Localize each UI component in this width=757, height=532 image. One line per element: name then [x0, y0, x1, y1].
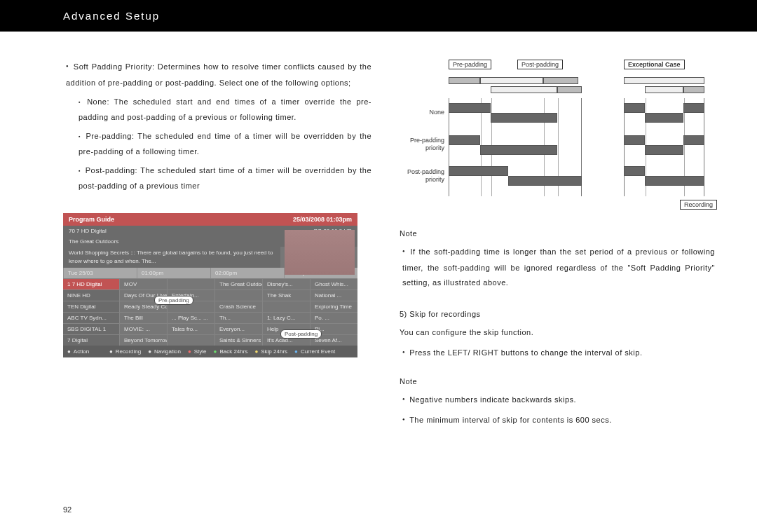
dg-bar [683, 135, 704, 145]
opt-post: Post-padding: The scheduled start time o… [63, 163, 371, 193]
soft-padding-intro: Soft Padding Priority: Determines how to… [63, 60, 371, 90]
dg-bar [645, 113, 683, 123]
epg-row: TEN DigitalReady Steady CookCrash Scienc… [63, 301, 357, 312]
opt-pre: Pre-padding: The scheduled end time of a… [63, 129, 371, 159]
epg-cell: The Shak [262, 290, 310, 301]
dg-bar [491, 113, 557, 123]
dg-row-none: None [402, 109, 444, 116]
dg-top-seg [480, 77, 543, 84]
epg-cell: Saints & Sinners [214, 335, 262, 346]
epg-preview-image [285, 230, 355, 275]
dg-lbl-pre: Pre-padding [449, 60, 491, 69]
page-header: Advanced Setup [0, 0, 757, 32]
note2-b1: Negative numbers indicate backwards skip… [400, 393, 715, 409]
epg-recording: Recording [109, 348, 141, 355]
epg-cell [262, 301, 310, 312]
epg-screenshot: Program Guide 25/03/2008 01:03pm 70 7 HD… [63, 213, 357, 357]
dg-bar [645, 176, 704, 186]
dg-top-exc [624, 77, 704, 84]
dg-bar [645, 145, 683, 155]
dg-bar [683, 103, 704, 113]
dg-bar [449, 103, 491, 113]
epg-skip24: Skip 24hrs [254, 348, 287, 355]
epg-cell: Exploring Time [310, 301, 357, 312]
epg-style: Style [188, 348, 207, 355]
epg-cell: The Great Outdoors [214, 279, 262, 289]
epg-row: ABC TV Sydn...The Bill... Play Sc... ...… [63, 312, 357, 323]
dg-row-pre: Pre-padding priority [402, 137, 444, 152]
epg-channel: TEN Digital [63, 301, 119, 312]
callout-post-padding: Post-padding [280, 329, 322, 339]
dg-top-exc2 [645, 86, 683, 93]
epg-cell: Tales fro... [167, 324, 214, 334]
dg-bar [449, 166, 508, 176]
epg-channel: 7 Digital [63, 335, 119, 346]
dg-top-seg2 [557, 86, 582, 93]
epg-title: Program Guide [69, 216, 114, 223]
dg-bar [624, 135, 645, 145]
epg-desc: World Shopping Secrets ::: There are glo… [63, 247, 280, 268]
epg-cell: The Bill [119, 313, 167, 323]
page-title: Advanced Setup [63, 10, 160, 22]
epg-ch: 70 7 HD Digital [69, 228, 107, 234]
callout-pre-padding: Pre-padding [154, 296, 193, 305]
epg-show: The Great Outdoors [69, 238, 118, 245]
epg-current: Current Event [294, 348, 335, 355]
dg-bar [480, 145, 557, 155]
dg-top-seg [449, 77, 480, 84]
dg-bar [449, 135, 480, 145]
epg-channel: NINE HD [63, 290, 119, 301]
note2-head: Note [400, 377, 715, 386]
epg-row: 1 7 HD DigitalMOVThe Great OutdoorsDisne… [63, 278, 357, 289]
dg-top-seg [543, 77, 578, 84]
epg-navigation: Navigation [148, 348, 181, 355]
epg-cell: Disney's... [262, 279, 310, 289]
epg-footer: Action Recording Navigation Style Back 2… [63, 346, 357, 357]
note2-b2: The minimum interval of skip for content… [400, 413, 715, 429]
epg-cell: Th... [214, 313, 262, 323]
epg-cell [167, 335, 214, 346]
sec5-b1: Press the LEFT/ RIGHT buttons to change … [400, 346, 715, 362]
epg-row: NINE HDDays Of Our LivesEntertain...The … [63, 289, 357, 301]
epg-cell [214, 290, 262, 301]
dg-bar [624, 103, 645, 113]
page-number: 92 [63, 505, 71, 514]
note1-text: If the soft-padding time is longer than … [400, 245, 715, 290]
dg-bar [624, 166, 645, 176]
epg-action: Action [67, 348, 89, 355]
dg-row-post: Post-padding priority [402, 168, 444, 184]
sec5-p1: You can configure the skip function. [400, 325, 715, 340]
dg-lbl-rec: Recording [680, 200, 717, 210]
epg-cell: Crash Science [214, 301, 262, 312]
opt-none: None: The scheduled start and end times … [63, 95, 371, 125]
note1-head: Note [400, 229, 715, 238]
sec5-head: 5) Skip for recordings [400, 310, 715, 318]
dg-lbl-post: Post-padding [517, 60, 563, 69]
epg-header: Program Guide 25/03/2008 01:03pm [63, 213, 357, 226]
epg-time-2: 02:00pm [210, 268, 284, 278]
dg-top-exc2 [683, 86, 704, 93]
epg-time-1: 01:00pm [137, 268, 210, 278]
page-content: Soft Padding Priority: Determines how to… [0, 32, 757, 429]
epg-cell [167, 279, 214, 289]
left-column: Soft Padding Priority: Determines how to… [63, 60, 371, 429]
right-column: Pre-padding Post-padding Exceptional Cas… [400, 60, 715, 429]
dg-bar [508, 176, 582, 186]
epg-datetime: 25/03/2008 01:03pm [293, 216, 352, 223]
epg-cell: MOV [119, 279, 167, 289]
dg-lbl-exc: Exceptional Case [624, 60, 685, 69]
epg-channel: ABC TV Sydn... [63, 313, 119, 323]
epg-channel: SBS DIGITAL 1 [63, 324, 119, 334]
epg-cell: ... Play Sc... ... [167, 313, 214, 323]
epg-back24: Back 24hrs [214, 348, 248, 355]
epg-cell: Beyond Tomorrow [119, 335, 167, 346]
epg-cell: Everyon... [214, 324, 262, 334]
epg-cell: MOVIE: ... [119, 324, 167, 334]
padding-diagram: Pre-padding Post-padding Exceptional Cas… [400, 60, 715, 214]
epg-cell: Ghost Whis... [310, 279, 357, 289]
epg-cell: Po. ... [310, 313, 357, 323]
epg-cell: National ... [310, 290, 357, 301]
dg-top-seg2 [491, 86, 557, 93]
epg-time-0: Tue 25/03 [63, 268, 137, 278]
epg-cell: 1: Lazy C... [262, 313, 310, 323]
